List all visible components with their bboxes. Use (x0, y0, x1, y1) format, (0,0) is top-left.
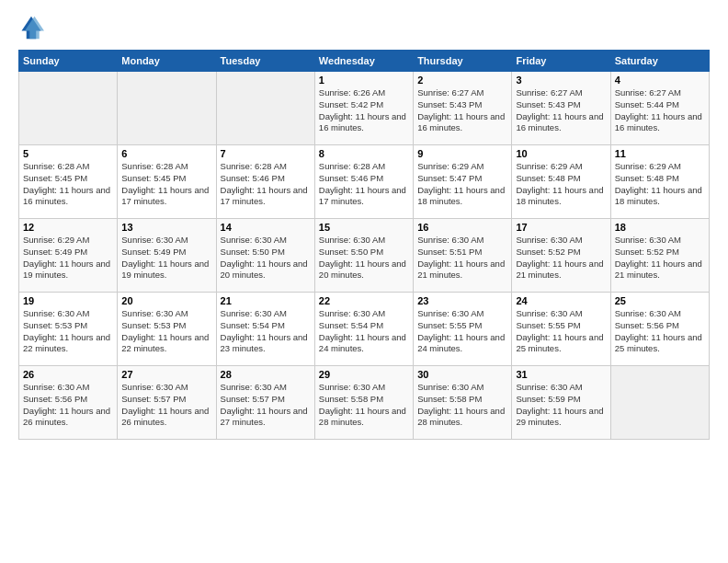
day-number: 5 (23, 148, 113, 159)
calendar-cell: 15Sunrise: 6:30 AM Sunset: 5:50 PM Dayli… (314, 219, 413, 293)
day-number: 12 (23, 222, 113, 233)
weekday-header: Friday (512, 51, 610, 72)
calendar: SundayMondayTuesdayWednesdayThursdayFrid… (18, 50, 710, 440)
day-info: Sunrise: 6:30 AM Sunset: 5:55 PM Dayligh… (516, 308, 606, 355)
day-number: 3 (516, 75, 606, 86)
day-info: Sunrise: 6:30 AM Sunset: 5:56 PM Dayligh… (23, 382, 113, 429)
day-number: 1 (319, 75, 409, 86)
weekday-header: Monday (118, 51, 216, 72)
weekday-header: Tuesday (216, 51, 314, 72)
day-info: Sunrise: 6:30 AM Sunset: 5:53 PM Dayligh… (23, 308, 113, 355)
day-info: Sunrise: 6:29 AM Sunset: 5:47 PM Dayligh… (417, 161, 507, 208)
day-info: Sunrise: 6:30 AM Sunset: 5:52 PM Dayligh… (615, 235, 705, 282)
day-info: Sunrise: 6:28 AM Sunset: 5:46 PM Dayligh… (221, 161, 311, 208)
day-number: 16 (417, 222, 507, 233)
calendar-cell: 31Sunrise: 6:30 AM Sunset: 5:59 PM Dayli… (512, 366, 610, 440)
day-info: Sunrise: 6:30 AM Sunset: 5:57 PM Dayligh… (221, 382, 311, 429)
calendar-header: SundayMondayTuesdayWednesdayThursdayFrid… (19, 51, 710, 72)
day-number: 17 (516, 222, 606, 233)
day-number: 23 (417, 295, 507, 306)
weekday-row: SundayMondayTuesdayWednesdayThursdayFrid… (19, 51, 710, 72)
calendar-cell: 22Sunrise: 6:30 AM Sunset: 5:54 PM Dayli… (314, 293, 413, 366)
calendar-cell: 8Sunrise: 6:28 AM Sunset: 5:46 PM Daylig… (314, 145, 413, 219)
calendar-cell: 23Sunrise: 6:30 AM Sunset: 5:55 PM Dayli… (414, 293, 512, 366)
calendar-cell: 12Sunrise: 6:29 AM Sunset: 5:49 PM Dayli… (19, 219, 118, 293)
day-info: Sunrise: 6:29 AM Sunset: 5:49 PM Dayligh… (23, 235, 113, 282)
day-number: 21 (221, 295, 311, 306)
calendar-cell (216, 72, 314, 145)
calendar-cell (118, 72, 216, 145)
calendar-cell: 26Sunrise: 6:30 AM Sunset: 5:56 PM Dayli… (19, 366, 118, 440)
day-info: Sunrise: 6:30 AM Sunset: 5:52 PM Dayligh… (516, 235, 606, 282)
calendar-cell: 20Sunrise: 6:30 AM Sunset: 5:53 PM Dayli… (118, 293, 216, 366)
day-number: 10 (516, 148, 606, 159)
calendar-cell: 4Sunrise: 6:27 AM Sunset: 5:44 PM Daylig… (610, 72, 709, 145)
page: SundayMondayTuesdayWednesdayThursdayFrid… (0, 0, 728, 563)
day-number: 27 (121, 369, 211, 380)
calendar-cell (19, 72, 118, 145)
calendar-cell: 29Sunrise: 6:30 AM Sunset: 5:58 PM Dayli… (314, 366, 413, 440)
weekday-header: Saturday (610, 51, 709, 72)
calendar-cell: 10Sunrise: 6:29 AM Sunset: 5:48 PM Dayli… (512, 145, 610, 219)
calendar-week-row: 1Sunrise: 6:26 AM Sunset: 5:42 PM Daylig… (19, 72, 710, 145)
day-number: 29 (319, 369, 409, 380)
day-number: 31 (516, 369, 606, 380)
day-info: Sunrise: 6:28 AM Sunset: 5:45 PM Dayligh… (121, 161, 211, 208)
day-info: Sunrise: 6:30 AM Sunset: 5:49 PM Dayligh… (121, 235, 211, 282)
calendar-cell: 24Sunrise: 6:30 AM Sunset: 5:55 PM Dayli… (512, 293, 610, 366)
calendar-cell: 9Sunrise: 6:29 AM Sunset: 5:47 PM Daylig… (414, 145, 512, 219)
calendar-cell: 17Sunrise: 6:30 AM Sunset: 5:52 PM Dayli… (512, 219, 610, 293)
day-number: 22 (319, 295, 409, 306)
weekday-header: Sunday (19, 51, 118, 72)
weekday-header: Wednesday (314, 51, 413, 72)
day-number: 26 (23, 369, 113, 380)
day-number: 11 (615, 148, 705, 159)
day-info: Sunrise: 6:30 AM Sunset: 5:55 PM Dayligh… (417, 308, 507, 355)
calendar-cell: 7Sunrise: 6:28 AM Sunset: 5:46 PM Daylig… (216, 145, 314, 219)
day-info: Sunrise: 6:28 AM Sunset: 5:46 PM Dayligh… (319, 161, 409, 208)
day-number: 19 (23, 295, 113, 306)
day-info: Sunrise: 6:30 AM Sunset: 5:50 PM Dayligh… (319, 235, 409, 282)
calendar-cell: 25Sunrise: 6:30 AM Sunset: 5:56 PM Dayli… (610, 293, 709, 366)
day-info: Sunrise: 6:30 AM Sunset: 5:59 PM Dayligh… (516, 382, 606, 429)
day-number: 24 (516, 295, 606, 306)
calendar-cell: 30Sunrise: 6:30 AM Sunset: 5:58 PM Dayli… (414, 366, 512, 440)
calendar-cell: 2Sunrise: 6:27 AM Sunset: 5:43 PM Daylig… (414, 72, 512, 145)
day-info: Sunrise: 6:30 AM Sunset: 5:58 PM Dayligh… (417, 382, 507, 429)
day-info: Sunrise: 6:30 AM Sunset: 5:51 PM Dayligh… (417, 235, 507, 282)
day-info: Sunrise: 6:27 AM Sunset: 5:44 PM Dayligh… (615, 87, 705, 134)
calendar-week-row: 5Sunrise: 6:28 AM Sunset: 5:45 PM Daylig… (19, 145, 710, 219)
day-number: 9 (417, 148, 507, 159)
day-number: 7 (221, 148, 311, 159)
day-number: 28 (221, 369, 311, 380)
day-number: 20 (121, 295, 211, 306)
day-number: 4 (615, 75, 705, 86)
day-info: Sunrise: 6:30 AM Sunset: 5:50 PM Dayligh… (221, 235, 311, 282)
calendar-cell: 3Sunrise: 6:27 AM Sunset: 5:43 PM Daylig… (512, 72, 610, 145)
day-info: Sunrise: 6:26 AM Sunset: 5:42 PM Dayligh… (319, 87, 409, 134)
day-number: 25 (615, 295, 705, 306)
day-number: 2 (417, 75, 507, 86)
day-info: Sunrise: 6:29 AM Sunset: 5:48 PM Dayligh… (516, 161, 606, 208)
day-info: Sunrise: 6:27 AM Sunset: 5:43 PM Dayligh… (516, 87, 606, 134)
calendar-cell: 16Sunrise: 6:30 AM Sunset: 5:51 PM Dayli… (414, 219, 512, 293)
day-number: 13 (121, 222, 211, 233)
day-info: Sunrise: 6:30 AM Sunset: 5:56 PM Dayligh… (615, 308, 705, 355)
day-info: Sunrise: 6:30 AM Sunset: 5:54 PM Dayligh… (319, 308, 409, 355)
weekday-header: Thursday (414, 51, 512, 72)
calendar-cell: 5Sunrise: 6:28 AM Sunset: 5:45 PM Daylig… (19, 145, 118, 219)
day-number: 8 (319, 148, 409, 159)
calendar-cell (610, 366, 709, 440)
calendar-cell: 1Sunrise: 6:26 AM Sunset: 5:42 PM Daylig… (314, 72, 413, 145)
calendar-cell: 28Sunrise: 6:30 AM Sunset: 5:57 PM Dayli… (216, 366, 314, 440)
day-info: Sunrise: 6:30 AM Sunset: 5:58 PM Dayligh… (319, 382, 409, 429)
calendar-week-row: 26Sunrise: 6:30 AM Sunset: 5:56 PM Dayli… (19, 366, 710, 440)
calendar-cell: 19Sunrise: 6:30 AM Sunset: 5:53 PM Dayli… (19, 293, 118, 366)
day-number: 15 (319, 222, 409, 233)
day-number: 18 (615, 222, 705, 233)
calendar-cell: 6Sunrise: 6:28 AM Sunset: 5:45 PM Daylig… (118, 145, 216, 219)
calendar-cell: 18Sunrise: 6:30 AM Sunset: 5:52 PM Dayli… (610, 219, 709, 293)
day-info: Sunrise: 6:30 AM Sunset: 5:54 PM Dayligh… (221, 308, 311, 355)
logo-icon (18, 15, 44, 40)
calendar-week-row: 19Sunrise: 6:30 AM Sunset: 5:53 PM Dayli… (19, 293, 710, 366)
